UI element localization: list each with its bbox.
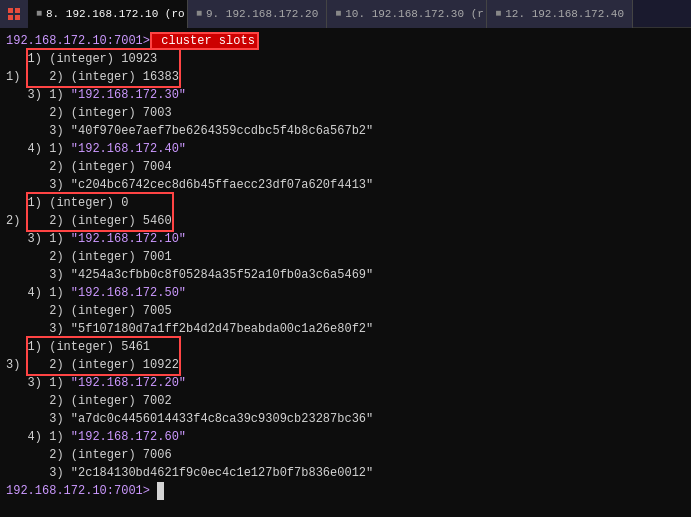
tab-4-label: 12. 192.168.172.40 — [505, 8, 624, 20]
app-logo — [0, 0, 28, 28]
tab-1[interactable]: ■ 8. 192.168.172.10 (ro ✕ — [28, 0, 188, 28]
tab-3-icon: ■ — [335, 8, 341, 19]
svg-rect-2 — [8, 15, 13, 20]
tab-1-icon: ■ — [36, 8, 42, 19]
command-highlight: cluster slots — [150, 32, 259, 50]
tab-2-label: 9. 192.168.172.20 — [206, 8, 318, 20]
tab-2[interactable]: ■ 9. 192.168.172.20 — [188, 0, 327, 28]
svg-rect-3 — [15, 15, 20, 20]
tab-4[interactable]: ■ 12. 192.168.172.40 — [487, 0, 633, 28]
prompt-line: 192.168.172.10:7001> — [6, 34, 150, 48]
tab-2-icon: ■ — [196, 8, 202, 19]
tab-bar: ■ 8. 192.168.172.10 (ro ✕ ■ 9. 192.168.1… — [0, 0, 691, 28]
tab-3-label: 10. 192.168.172.30 (r — [345, 8, 484, 20]
tab-1-label: 8. 192.168.172.10 (ro — [46, 8, 185, 20]
tab-4-icon: ■ — [495, 8, 501, 19]
tab-3[interactable]: ■ 10. 192.168.172.30 (r — [327, 0, 487, 28]
svg-rect-1 — [15, 8, 20, 13]
svg-rect-0 — [8, 8, 13, 13]
terminal[interactable]: 192.168.172.10:7001> cluster slots 1) 1)… — [0, 28, 691, 517]
terminal-content: 192.168.172.10:7001> cluster slots 1) 1)… — [6, 32, 685, 500]
